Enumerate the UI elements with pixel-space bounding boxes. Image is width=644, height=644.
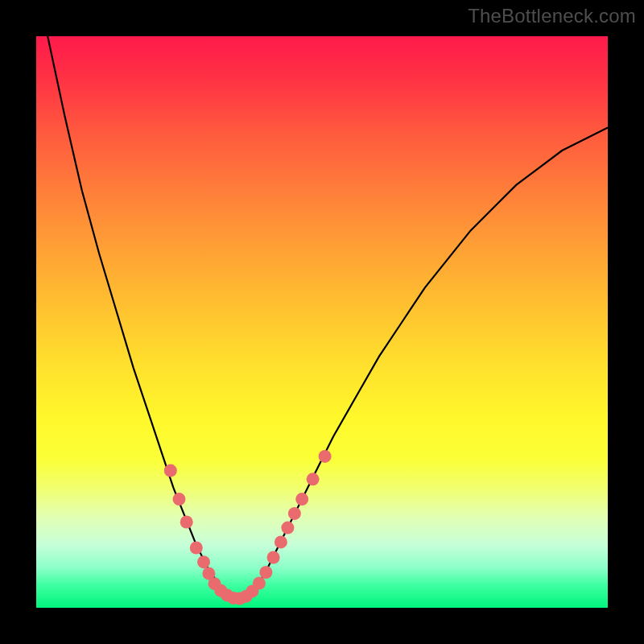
curve-layer [36,0,608,602]
highlight-dot [253,577,266,590]
highlight-dot [319,450,332,463]
highlight-dot [281,522,294,535]
highlight-dot [197,555,210,568]
highlight-dot [275,535,287,548]
highlight-dot [190,542,203,555]
highlight-dot [267,551,280,564]
highlight-dot [180,516,193,529]
highlight-dot [295,493,308,506]
highlight-dots [164,450,332,605]
curve-svg [36,36,608,608]
highlight-dot [288,507,301,520]
chart-frame: TheBottleneck.com [0,0,644,644]
highlight-dot [164,464,177,477]
bottleneck-curve [36,0,608,602]
highlight-dot [173,493,186,506]
highlight-dot [259,566,272,579]
highlight-dot [307,473,320,485]
watermark-text: TheBottleneck.com [468,5,636,27]
plot-area [36,36,608,608]
